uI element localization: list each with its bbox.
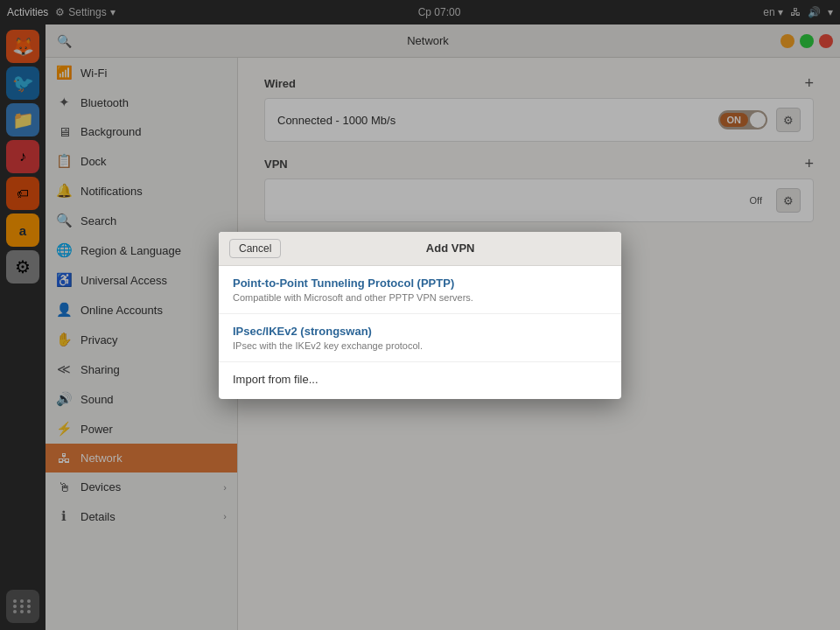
pptp-option-title: Point-to-Point Tunneling Protocol (PPTP) [233,276,607,290]
import-option-title: Import from file... [233,373,607,386]
dialog-option-import[interactable]: Import from file... [219,362,621,399]
dialog-cancel-button[interactable]: Cancel [229,239,281,258]
dialog-titlebar: Cancel Add VPN [219,232,621,266]
add-vpn-dialog: Cancel Add VPN Point-to-Point Tunneling … [219,232,621,399]
dialog-body: Point-to-Point Tunneling Protocol (PPTP)… [219,266,621,399]
dialog-title: Add VPN [290,242,611,255]
dialog-option-pptp[interactable]: Point-to-Point Tunneling Protocol (PPTP)… [219,266,621,314]
ipsec-option-desc: IPsec with the IKEv2 key exchange protoc… [233,340,607,351]
pptp-option-desc: Compatible with Microsoft and other PPTP… [233,292,607,303]
dialog-option-ipsec[interactable]: IPsec/IKEv2 (strongswan) IPsec with the … [219,314,621,362]
dialog-overlay: Cancel Add VPN Point-to-Point Tunneling … [0,0,840,630]
ipsec-option-title: IPsec/IKEv2 (strongswan) [233,325,607,338]
